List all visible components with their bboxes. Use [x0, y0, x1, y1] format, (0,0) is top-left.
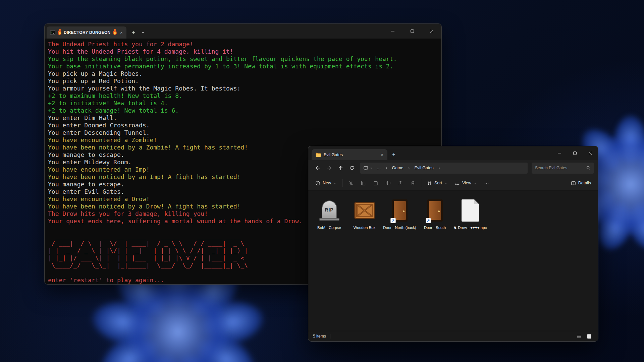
flame-icon	[113, 30, 117, 35]
terminal-minimize-button[interactable]	[383, 24, 402, 39]
folder-icon	[316, 153, 321, 157]
door-icon	[422, 197, 448, 224]
explorer-new-tab-button[interactable]: +	[389, 149, 399, 160]
file-item[interactable]: Wooden Box	[347, 195, 382, 231]
terminal-log-line: You have encountered a Zombie!	[48, 136, 438, 144]
chevron-right-icon[interactable]	[438, 167, 441, 170]
paste-button[interactable]	[369, 177, 382, 189]
terminal-log-line: You enter Dim Hall.	[48, 114, 438, 122]
terminal-maximize-button[interactable]	[402, 24, 422, 39]
crate-icon	[351, 197, 378, 224]
forward-button[interactable]	[324, 163, 334, 173]
terminal-log-line: +2 to maximum health! New total is 8.	[48, 92, 438, 100]
large-icons-view-toggle[interactable]	[585, 332, 593, 340]
copy-button[interactable]	[357, 177, 369, 189]
file-name: Door - South	[424, 225, 446, 230]
chevron-down-icon	[444, 182, 447, 185]
wallpaper-petal	[88, 292, 199, 360]
items-count: 5 items	[313, 334, 326, 339]
wallpaper-petal	[614, 153, 644, 206]
explorer-command-bar: New Sort	[308, 176, 598, 191]
terminal-log-line: You enter Doomed Crossroads.	[48, 122, 438, 129]
terminal-tab-dropdown-button[interactable]	[139, 27, 147, 38]
terminal-log-line: +2 to initiative! New total is 4.	[48, 100, 438, 107]
wallpaper-petal	[606, 118, 644, 207]
search-icon	[586, 166, 591, 170]
terminal-app-icon	[50, 30, 55, 35]
refresh-button[interactable]	[346, 163, 357, 173]
file-item[interactable]: Door - South	[417, 195, 452, 231]
status-divider	[330, 334, 330, 339]
explorer-maximize-button[interactable]	[567, 146, 583, 160]
explorer-tab-close-button[interactable]: ×	[379, 152, 385, 158]
file-item[interactable]: Door - North (back)	[382, 195, 417, 231]
chevron-down-icon	[333, 182, 336, 185]
tombstone-icon: RIP	[316, 197, 343, 224]
explorer-window: Evil Gates × +	[308, 146, 598, 342]
explorer-minimize-button[interactable]	[552, 146, 567, 160]
explorer-tab-title: Evil Gates	[324, 153, 376, 157]
desktop[interactable]: { "wallpaper": { "base_color": "#060d1f"…	[0, 0, 644, 362]
explorer-tab[interactable]: Evil Gates ×	[312, 149, 387, 160]
details-button[interactable]: Details	[567, 177, 595, 189]
sort-icon	[427, 181, 432, 186]
new-plus-icon	[315, 181, 320, 186]
breadcrumb-item[interactable]: Game	[389, 165, 406, 171]
sort-button[interactable]: Sort	[423, 177, 451, 189]
shortcut-arrow-badge	[426, 218, 431, 223]
new-button[interactable]: New	[312, 177, 340, 189]
terminal-log-line: You hit the Undead Priest for 4 damage, …	[48, 48, 438, 55]
terminal-titlebar[interactable]: DIRECTORY DUNGEON × +	[45, 24, 441, 39]
wallpaper-petal	[148, 307, 231, 362]
file-item[interactable]: RIPBob! - Corpse	[312, 195, 347, 231]
delete-button[interactable]	[407, 177, 419, 189]
file-name: Door - North (back)	[383, 225, 416, 230]
search-placeholder: Search Evil Gates	[535, 166, 584, 170]
explorer-titlebar[interactable]: Evil Gates × +	[308, 146, 598, 160]
file-icon	[457, 197, 484, 224]
wallpaper-petal	[124, 307, 207, 362]
wallpaper-petal	[609, 160, 644, 237]
share-button[interactable]	[394, 177, 407, 189]
terminal-tab-close-button[interactable]: ×	[119, 29, 124, 36]
chevron-right-icon[interactable]	[370, 167, 373, 170]
sort-button-label: Sort	[434, 181, 442, 185]
explorer-close-button[interactable]	[583, 146, 598, 160]
view-button[interactable]: View	[451, 177, 480, 189]
details-view-toggle[interactable]	[575, 332, 583, 340]
details-button-label: Details	[578, 181, 591, 185]
cut-button[interactable]	[344, 177, 357, 189]
chevron-right-icon[interactable]	[385, 167, 388, 170]
breadcrumb[interactable]: …GameEvil Gates	[360, 163, 528, 174]
terminal-log-line: Your base initiative permanently increas…	[48, 63, 438, 70]
explorer-status-bar: 5 items	[308, 331, 598, 341]
terminal-log-line: The Undead Priest hits you for 2 damage!	[48, 41, 438, 48]
terminal-log-line: You pick up a Red Potion.	[48, 77, 438, 85]
rename-button[interactable]	[382, 177, 394, 189]
terminal-new-tab-button[interactable]: +	[128, 27, 139, 38]
breadcrumb-item[interactable]: Evil Gates	[412, 165, 436, 171]
wallpaper-petal	[151, 302, 266, 362]
file-name: Bob! - Corpse	[317, 225, 341, 230]
terminal-tab-title: DIRECTORY DUNGEON	[64, 30, 111, 35]
terminal-log-line: You sip the steaming black potion, its s…	[48, 55, 438, 63]
explorer-address-bar: …GameEvil Gates Search Evil Gates	[308, 160, 598, 176]
explorer-file-area[interactable]: RIPBob! - CorpseWooden BoxDoor - North (…	[308, 191, 598, 331]
terminal-tab[interactable]: DIRECTORY DUNGEON ×	[47, 26, 126, 39]
terminal-close-button[interactable]	[422, 24, 441, 39]
chevron-right-icon[interactable]	[408, 167, 411, 170]
file-name: ♞ Drow - ♥♥♥♥.npc	[453, 225, 487, 230]
up-button[interactable]	[335, 163, 346, 173]
breadcrumb-item[interactable]: …	[374, 165, 384, 171]
more-options-button[interactable]	[480, 177, 493, 189]
wallpaper-bloom-core	[127, 282, 228, 362]
wallpaper-petal	[90, 302, 205, 362]
wallpaper-petal	[607, 165, 644, 257]
chevron-down-icon	[474, 182, 477, 185]
file-item[interactable]: ♞ Drow - ♥♥♥♥.npc	[452, 195, 488, 231]
this-pc-icon[interactable]	[363, 166, 368, 171]
search-box[interactable]: Search Evil Gates	[532, 163, 594, 174]
view-icon	[455, 181, 460, 186]
back-button[interactable]	[312, 163, 323, 173]
shortcut-arrow-badge	[390, 218, 396, 223]
